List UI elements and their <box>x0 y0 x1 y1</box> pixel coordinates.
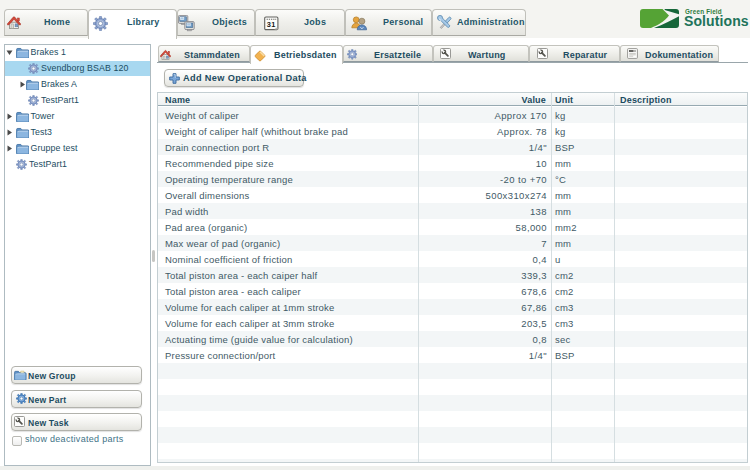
svg-text:31: 31 <box>267 20 276 29</box>
